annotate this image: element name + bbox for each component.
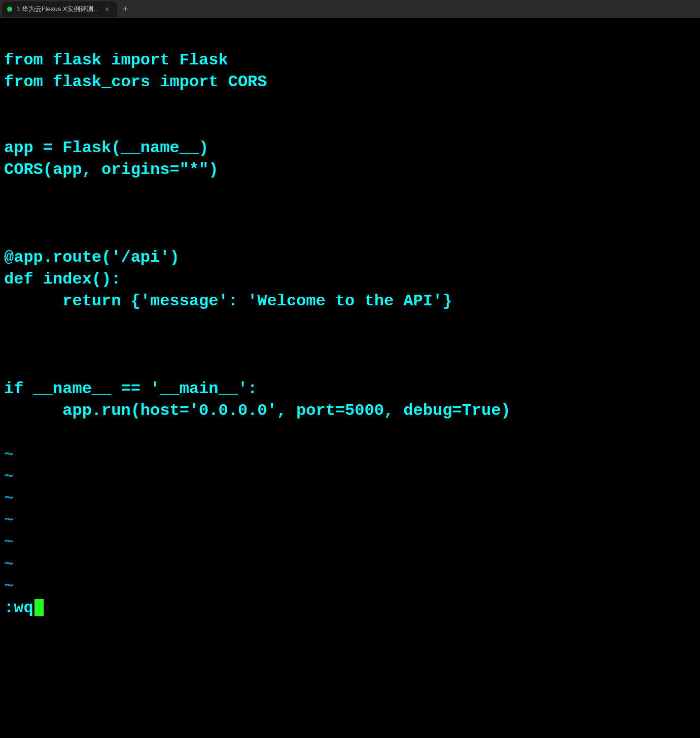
terminal-line: CORS(app, origins="*") [4, 159, 696, 181]
terminal-line: ~ [4, 531, 696, 553]
terminal-line: ~ [4, 444, 696, 466]
browser-tab[interactable]: 1 华为云Flexus X实例评测... × [2, 2, 117, 17]
terminal-line [4, 356, 696, 378]
terminal-line: ~ [4, 553, 696, 575]
terminal-line: app = Flask(__name__) [4, 137, 696, 159]
vim-command-line: :wq [4, 597, 696, 619]
terminal-line: app.run(host='0.0.0.0', port=5000, debug… [4, 400, 696, 421]
terminal-line [4, 334, 696, 356]
terminal-line [4, 93, 696, 115]
terminal-line: @app.route('/api') [4, 247, 696, 268]
terminal-line [4, 225, 696, 247]
terminal-line: if __name__ == '__main__': [4, 378, 696, 400]
terminal-line: ~ [4, 466, 696, 487]
terminal-line: ~ [4, 509, 696, 531]
tab-title: 1 华为云Flexus X实例评测... [16, 5, 99, 14]
terminal-line [4, 181, 696, 202]
terminal-line [4, 421, 696, 443]
terminal-cursor [34, 599, 44, 616]
tab-close-button[interactable]: × [103, 5, 111, 13]
terminal-line: return {'message': 'Welcome to the API'} [4, 290, 696, 312]
terminal-line: def index(): [4, 268, 696, 290]
new-tab-button[interactable]: + [118, 2, 132, 16]
terminal-line [4, 115, 696, 137]
terminal-content: from flask import Flaskfrom flask_cors i… [0, 18, 700, 738]
terminal-line: ~ [4, 575, 696, 597]
terminal-line [4, 203, 696, 225]
terminal-line: from flask import Flask [4, 49, 696, 71]
terminal-line: ~ [4, 487, 696, 509]
tab-bar: 1 华为云Flexus X实例评测... × + [0, 0, 700, 18]
terminal-line [4, 312, 696, 334]
vim-command-prompt: :wq [4, 597, 33, 619]
tab-status-dot [7, 7, 12, 12]
terminal-line: from flask_cors import CORS [4, 71, 696, 93]
